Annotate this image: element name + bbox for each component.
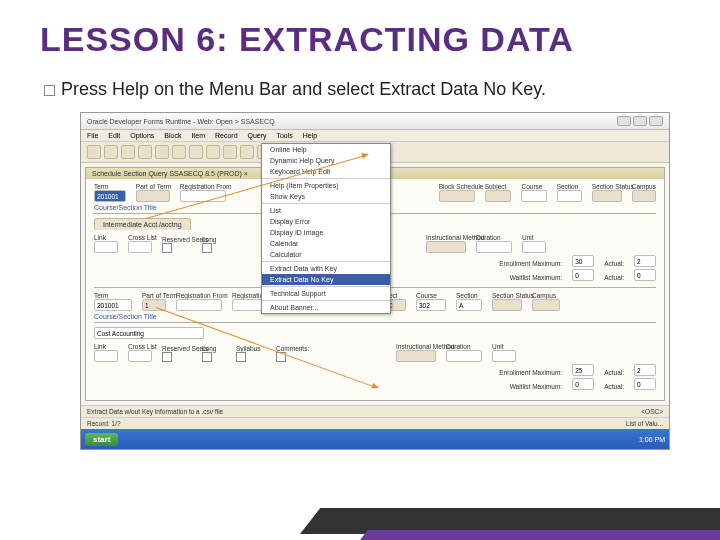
hdr2-sect: Section (456, 292, 482, 299)
field-instmeth[interactable] (426, 241, 466, 253)
field-cross[interactable] (128, 241, 152, 253)
field2-sect[interactable]: A (456, 299, 482, 311)
help-item-dynamic[interactable]: Dynamic Help Query (262, 155, 390, 166)
lbl-enrmax: Enrollment Maximum: (499, 260, 562, 267)
lbl2-cross: Cross List (128, 343, 152, 350)
toolbar-save-icon[interactable] (87, 145, 101, 159)
help-item-calendar[interactable]: Calendar (262, 238, 390, 249)
field-campus[interactable] (632, 190, 656, 202)
status-left: Extract Data w/out Key information to a … (87, 408, 223, 415)
toolbar-print-icon[interactable] (240, 145, 254, 159)
hdr2-status: Section Status (492, 292, 522, 299)
maximize-button[interactable] (633, 116, 647, 126)
status-mid: <OSC> (641, 408, 663, 415)
help-item-showkeys[interactable]: Show Keys (262, 191, 390, 202)
help-item-tech-support[interactable]: Technical Support (262, 288, 390, 299)
field2-status[interactable] (492, 299, 522, 311)
field2-duration[interactable] (446, 350, 482, 362)
field-enract[interactable]: 2 (634, 255, 656, 267)
field2-unit[interactable] (492, 350, 516, 362)
hdr-sect: Section (557, 183, 582, 190)
menu-tools[interactable]: Tools (276, 132, 292, 139)
menu-edit[interactable]: Edit (108, 132, 120, 139)
menu-record[interactable]: Record (215, 132, 238, 139)
field2-regfrom[interactable] (176, 299, 222, 311)
lbl-reserved: Reserved Seats (162, 236, 192, 243)
close-button[interactable] (649, 116, 663, 126)
field2-wlact[interactable]: 0 (634, 378, 656, 390)
lbl-wlmax: Waitlist Maximum: (510, 274, 562, 281)
field2-enract[interactable]: 2 (634, 364, 656, 376)
menu-block[interactable]: Block (164, 132, 181, 139)
field-pot[interactable] (136, 190, 170, 202)
help-item-extract-key[interactable]: Extract Data with Key (262, 263, 390, 274)
field-status[interactable] (592, 190, 622, 202)
help-item-keyboard[interactable]: Keyboard Help Edit (262, 166, 390, 177)
help-item-display-error[interactable]: Display Error (262, 216, 390, 227)
field2-link[interactable] (94, 350, 118, 362)
check2-syllabus[interactable] (236, 352, 246, 362)
menu-file[interactable]: File (87, 132, 98, 139)
help-item-about[interactable]: About Banner... (262, 302, 390, 313)
help-item-calculator[interactable]: Calculator (262, 249, 390, 260)
check-reserved[interactable] (162, 243, 172, 253)
menu-help[interactable]: Help (303, 132, 317, 139)
field-wlact[interactable]: 0 (634, 269, 656, 281)
field2-instmeth[interactable] (396, 350, 436, 362)
field2-crse[interactable]: 302 (416, 299, 446, 311)
field-wlmax[interactable]: 0 (572, 269, 594, 281)
field2-cross[interactable] (128, 350, 152, 362)
lbl2-wlmax: Waitlist Maximum: (510, 383, 562, 390)
toolbar-prev-icon[interactable] (155, 145, 169, 159)
hdr2-term: Term (94, 292, 132, 299)
field2-wlmax[interactable]: 0 (572, 378, 594, 390)
menu-options[interactable]: Options (130, 132, 154, 139)
menu-query[interactable]: Query (248, 132, 267, 139)
field-unit[interactable] (522, 241, 546, 253)
field-enrmax[interactable]: 30 (572, 255, 594, 267)
check2-long[interactable] (202, 352, 212, 362)
toolbar-next-icon[interactable] (172, 145, 186, 159)
field-link[interactable] (94, 241, 118, 253)
toolbar-cancel-query-icon[interactable] (223, 145, 237, 159)
field2-campus[interactable] (532, 299, 560, 311)
hdr-term: Term (94, 183, 126, 190)
minimize-button[interactable] (617, 116, 631, 126)
check2-reserved[interactable] (162, 352, 172, 362)
hdr-crse: Course (521, 183, 546, 190)
lesson-title: LESSON 6: EXTRACTING DATA (40, 20, 680, 59)
help-item-display-id[interactable]: Display ID Image (262, 227, 390, 238)
menu-separator (262, 261, 390, 262)
lbl2-duration: Duration (446, 343, 482, 350)
lbl-enract: Actual: (604, 260, 624, 267)
field-sect[interactable] (557, 190, 582, 202)
help-dropdown: Online Help Dynamic Help Query Keyboard … (261, 143, 391, 314)
menu-separator (262, 286, 390, 287)
field2-course-title[interactable]: Cost Accounting (94, 327, 204, 339)
status-lov: List of Valu... (626, 420, 663, 427)
lbl2-link: Link (94, 343, 118, 350)
field-term[interactable]: 201001 (94, 190, 126, 202)
toolbar-enter-query-icon[interactable] (189, 145, 203, 159)
toolbar-execute-query-icon[interactable] (206, 145, 220, 159)
check-long[interactable] (202, 243, 212, 253)
field-subj[interactable] (485, 190, 512, 202)
field2-enrmax[interactable]: 25 (572, 364, 594, 376)
help-item-list[interactable]: List (262, 205, 390, 216)
menu-separator (262, 203, 390, 204)
toolbar-rollback-icon[interactable] (104, 145, 118, 159)
toolbar-remove-icon[interactable] (138, 145, 152, 159)
menu-item[interactable]: Item (191, 132, 205, 139)
status-bar-2: Record: 1/? List of Valu... (81, 417, 669, 429)
field-duration[interactable] (476, 241, 512, 253)
start-button[interactable]: start (85, 433, 118, 446)
field-block[interactable] (439, 190, 475, 202)
help-item-extract-no-key[interactable]: Extract Data No Key (262, 274, 390, 285)
field2-term[interactable]: 201001 (94, 299, 132, 311)
toolbar-insert-icon[interactable] (121, 145, 135, 159)
help-item-properties[interactable]: Help (Item Properties) (262, 180, 390, 191)
tab-intermediate[interactable]: Intermediate Acct./acctng (94, 218, 191, 230)
hdr2-crse: Course (416, 292, 446, 299)
help-item-online[interactable]: Online Help (262, 144, 390, 155)
field-crse[interactable] (521, 190, 546, 202)
